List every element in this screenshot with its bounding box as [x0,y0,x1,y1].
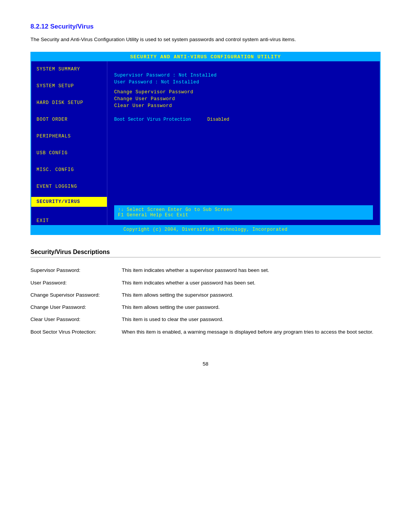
desc-row-supervisor-password: Supervisor Password: This item indicates… [30,264,381,276]
descriptions-table: Supervisor Password: This item indicates… [30,264,381,338]
bios-change-user-password[interactable]: Change User Password [114,96,373,102]
bios-menu-item-system-summary[interactable]: SYSTEM SUMMARY [31,61,107,73]
bios-boot-sector-protection: Boot Sector Virus Protection Disabled [114,117,373,122]
desc-row-change-user-password: Change User Password: This item allows s… [30,301,381,313]
desc-row-clear-user-password: Clear User Password: This item is used t… [30,313,381,326]
bios-clear-user-password[interactable]: Clear User Password [114,103,373,109]
bios-user-password-info: User Password : Not Installed [114,80,373,85]
bios-help-line2: F1 General Help Esc Exit [118,212,369,218]
desc-term-clear-user-password: Clear User Password: [30,313,122,326]
desc-term-change-user-password: Change User Password: [30,301,122,313]
bios-supervisor-password-info: Supervisor Password : Not Installed [114,73,373,78]
bios-menu-item-event-logging[interactable]: EVENT LOGGING [31,179,107,191]
descriptions-section: Security/Virus Descriptions Supervisor P… [30,249,381,338]
bios-boot-sector-value[interactable]: Disabled [207,117,229,122]
bios-menu-item-security-virus[interactable]: SECURITY/VIRUS [31,197,107,207]
bios-menu-item-usb-config[interactable]: USB CONFIG [31,145,107,157]
desc-def-boot-sector-virus-protection: When this item is enabled, a warning mes… [122,326,381,338]
page-number: 58 [30,361,381,367]
section-heading: 8.2.12 Security/Virus [30,23,381,30]
desc-term-boot-sector-virus-protection: Boot Sector Virus Protection: [30,326,122,338]
desc-def-user-password: This item indicates whether a user passw… [122,277,381,289]
desc-def-change-supervisor-password: This item allows setting the supervisor … [122,289,381,301]
bios-change-supervisor-password[interactable]: Change Supervisor Password [114,89,373,95]
bios-screen: SECURITY AND ANTI-VIRUS CONFIGURATION UT… [30,52,381,235]
desc-term-change-supervisor-password: Change Supervisor Password: [30,289,122,301]
bios-menu-item-hard-disk-setup[interactable]: HARD DISK SETUP [31,95,107,107]
bios-title-bar: SECURITY AND ANTI-VIRUS CONFIGURATION UT… [31,53,380,61]
bios-help-line1: ↑↓ Select Screen Enter Go to Sub Screen [118,207,369,212]
desc-def-clear-user-password: This item is used to clear the user pass… [122,313,381,326]
desc-term-user-password: User Password: [30,277,122,289]
desc-term-supervisor-password: Supervisor Password: [30,264,122,276]
bios-copyright: Copyright (c) 2004, Diversified Technolo… [31,225,380,234]
bios-menu-item-boot-order[interactable]: BOOT ORDER [31,112,107,124]
bios-right-panel: Supervisor Password : Not Installed User… [107,61,380,225]
desc-row-change-supervisor-password: Change Supervisor Password: This item al… [30,289,381,301]
intro-text: The Security and Anti-Virus Configuratio… [30,36,381,43]
desc-def-change-user-password: This item allows setting the user passwo… [122,301,381,313]
desc-def-supervisor-password: This item indicates whether a supervisor… [122,264,381,276]
bios-menu-item-peripherals[interactable]: PERIPHERALS [31,128,107,141]
desc-row-boot-sector-virus-protection: Boot Sector Virus Protection: When this … [30,326,381,338]
bios-help-bar: ↑↓ Select Screen Enter Go to Sub Screen … [114,205,373,220]
bios-menu-item-exit[interactable]: EXIT [31,213,107,225]
bios-menu-item-misc-config[interactable]: MISC. CONFIG [31,162,107,174]
descriptions-heading: Security/Virus Descriptions [30,249,381,257]
bios-left-menu: SYSTEM SUMMARY SYSTEM SETUP HARD DISK SE… [31,61,107,225]
desc-row-user-password: User Password: This item indicates wheth… [30,277,381,289]
bios-menu-item-system-setup[interactable]: SYSTEM SETUP [31,78,107,90]
